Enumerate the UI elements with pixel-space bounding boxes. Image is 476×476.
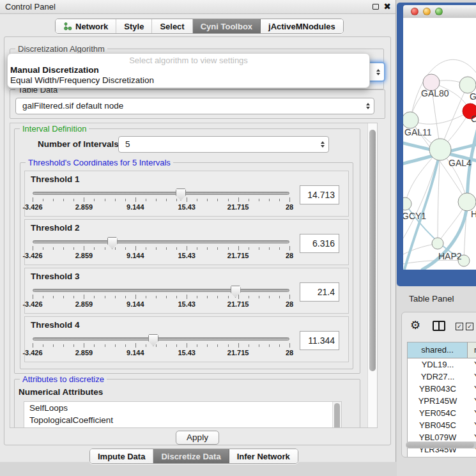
- network-window-titlebar[interactable]: [403, 5, 476, 18]
- algorithm-option[interactable]: Manual Discretization: [8, 65, 369, 75]
- scrollbar-thumb[interactable]: [334, 403, 340, 428]
- threshold-value-box[interactable]: 21.4: [300, 282, 339, 302]
- tab-label: Cyni Toolbox: [201, 22, 252, 31]
- tab-infer-network[interactable]: Infer Network: [229, 449, 298, 463]
- column-header[interactable]: shared...: [408, 342, 468, 358]
- table-cell[interactable]: YDL1: [468, 358, 476, 371]
- table-row[interactable]: YDR27... YDR2: [408, 371, 476, 383]
- attributes-list[interactable]: SelfLoopsTopologicalCoefficientBetweenne…: [24, 401, 342, 428]
- checkbox-icon[interactable]: ✓: [466, 323, 473, 330]
- zoom-traffic-light-icon[interactable]: [435, 8, 443, 15]
- list-item[interactable]: TopologicalCoefficient: [24, 414, 341, 426]
- network-node[interactable]: [432, 238, 443, 249]
- close-icon[interactable]: ✖: [383, 1, 391, 12]
- tick-label: 15.43: [178, 203, 196, 211]
- threshold-slider[interactable]: -3.4262.8599.14415.4321.71528: [33, 236, 289, 263]
- slider-rail[interactable]: [33, 192, 289, 195]
- threshold-value-box[interactable]: 6.316: [300, 234, 339, 253]
- table-cell[interactable]: YIL0: [468, 456, 476, 457]
- table-cell[interactable]: YBR043C: [408, 383, 468, 395]
- table-cell[interactable]: YDL19...: [408, 358, 468, 371]
- network-canvas[interactable]: GAL80GCGAL11GAL4GCY1HHAP2: [403, 18, 476, 270]
- panel-scrollbar[interactable]: [367, 123, 377, 427]
- close-traffic-light-icon[interactable]: [411, 8, 418, 15]
- control-panel-titlebar: Control Panel ✖: [0, 0, 395, 14]
- table-cell[interactable]: YIL052C: [408, 456, 468, 457]
- network-node[interactable]: [403, 112, 418, 128]
- horizontal-scrollbar[interactable]: [406, 441, 476, 449]
- slider-tick-labels: -3.4262.8599.14415.4321.71528: [33, 252, 289, 260]
- algorithm-option[interactable]: Equal Width/Frequency Discretization: [8, 75, 369, 86]
- threshold-label: Threshold 3: [31, 272, 80, 281]
- table-cell[interactable]: YDR2: [468, 371, 476, 383]
- scrollbar-thumb[interactable]: [406, 442, 474, 448]
- apply-button[interactable]: Apply: [176, 431, 219, 445]
- table-panel-title: Table Panel: [409, 294, 454, 303]
- table-row[interactable]: YIL052C YIL0: [408, 456, 476, 457]
- top-tabstrip: Network Style Select: [55, 19, 344, 34]
- tab-jactivemnodules[interactable]: jActiveMNodules: [261, 19, 343, 33]
- node-label: C: [471, 114, 476, 124]
- gear-icon[interactable]: ⚙: [410, 319, 420, 332]
- combo-stepper-icon: [366, 103, 370, 109]
- table-cell[interactable]: YER054C: [408, 407, 468, 419]
- minimize-traffic-light-icon[interactable]: [423, 8, 431, 15]
- network-node[interactable]: [458, 193, 476, 211]
- threshold-value-box[interactable]: 14.713: [300, 185, 339, 204]
- threshold-slider[interactable]: -3.4262.8599.14415.4321.71528: [33, 285, 289, 312]
- network-view-window: GAL80GCGAL11GAL4GCY1HHAP2: [397, 3, 476, 286]
- table-cell[interactable]: YPR145W: [408, 395, 468, 407]
- table-row[interactable]: YBR045C YBR0: [408, 419, 476, 431]
- table-cell[interactable]: YBR0: [468, 419, 476, 431]
- checkbox-icon[interactable]: ✓: [456, 323, 463, 330]
- table-header: shared... na: [408, 342, 476, 358]
- tick-label: -3.426: [22, 252, 42, 259]
- column-header[interactable]: na: [468, 342, 476, 358]
- table-row[interactable]: YER054C YER0: [408, 407, 476, 419]
- network-node[interactable]: [403, 197, 411, 210]
- network-node[interactable]: [429, 139, 451, 160]
- list-item[interactable]: BetweennessCentrality: [24, 426, 341, 428]
- slider-ticks: [33, 294, 289, 300]
- tick-label: 9.144: [127, 203, 144, 211]
- table-cell[interactable]: YER0: [468, 407, 476, 419]
- table-row[interactable]: YBR043C YBR0: [408, 383, 476, 395]
- slider-ticks: [33, 245, 289, 251]
- tick-label: 28: [286, 203, 293, 211]
- threshold-label: Threshold 1: [31, 174, 80, 184]
- scrollbar-thumb[interactable]: [369, 130, 376, 371]
- table-row[interactable]: YDL19... YDL1: [408, 358, 476, 371]
- float-window-icon[interactable]: [372, 4, 379, 10]
- tab-discretize-data[interactable]: Discretize Data: [153, 449, 229, 463]
- threshold-value-box[interactable]: 11.344: [300, 331, 339, 350]
- tab-style[interactable]: Style: [116, 19, 152, 33]
- slider-rail[interactable]: [33, 240, 289, 243]
- slider-ticks: [33, 197, 289, 203]
- list-item[interactable]: SelfLoops: [24, 402, 341, 414]
- tab-label: jActiveMNodules: [268, 22, 335, 31]
- tab-network[interactable]: Network: [56, 19, 116, 33]
- num-intervals-label: Number of Intervals: [38, 139, 119, 149]
- threshold-slider[interactable]: -3.4262.8599.14415.4321.71528: [33, 188, 289, 215]
- attributes-group: Attributes to discretize Numerical Attri…: [14, 379, 360, 428]
- threshold-slider[interactable]: -3.4262.8599.14415.4321.71528: [33, 334, 289, 360]
- table-row[interactable]: YPR145W YPR1: [408, 395, 476, 407]
- tick-label: 21.715: [227, 203, 249, 211]
- columns-icon[interactable]: [433, 321, 445, 331]
- slider-rail[interactable]: [33, 337, 289, 341]
- table-cell[interactable]: YPR1: [468, 395, 476, 407]
- panel-title: Control Panel: [5, 2, 56, 12]
- tab-select[interactable]: Select: [152, 19, 192, 33]
- table-cell[interactable]: YDR27...: [408, 371, 468, 383]
- table-data-combobox[interactable]: galFiltered.sif default node: [15, 98, 374, 114]
- tick-label: 15.43: [178, 349, 196, 357]
- tick-label: 15.43: [178, 252, 196, 259]
- node-attribute-table: shared... na YDL19... YDL1 YDR27... YDR2…: [407, 342, 476, 457]
- num-intervals-combobox[interactable]: 5: [118, 136, 329, 153]
- table-cell[interactable]: YBR045C: [408, 419, 468, 431]
- slider-rail[interactable]: [33, 289, 289, 292]
- tab-impute-data[interactable]: Impute Data: [90, 449, 153, 463]
- table-cell[interactable]: YBR0: [468, 383, 476, 395]
- tab-cyni-toolbox[interactable]: Cyni Toolbox: [193, 19, 261, 33]
- list-scrollbar[interactable]: [332, 402, 341, 428]
